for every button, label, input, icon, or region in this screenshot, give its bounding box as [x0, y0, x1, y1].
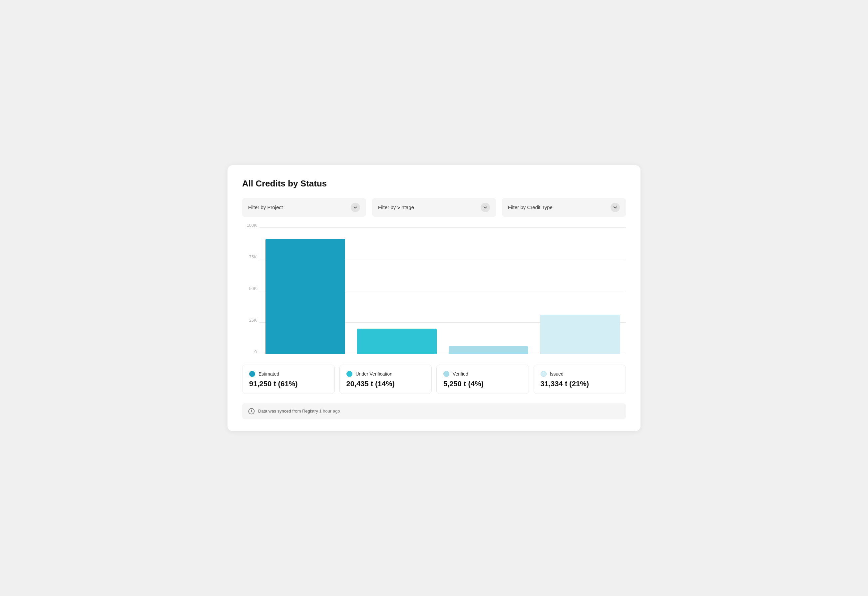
y-label-75K: 75K	[242, 254, 257, 260]
legend-label-verified: Verified	[453, 371, 468, 376]
filter-label: Filter by Vintage	[378, 204, 414, 210]
legend-label-issued: Issued	[550, 371, 564, 376]
legend-value-verified: 5,250 t (4%)	[443, 379, 522, 388]
filter-credit-type[interactable]: Filter by Credit Type	[502, 198, 626, 217]
legend-label-under-verification: Under Verification	[356, 371, 393, 376]
legend-header-estimated: Estimated	[249, 371, 328, 377]
legend-header-issued: Issued	[540, 371, 619, 377]
bar-estimated	[266, 239, 345, 354]
chart-grid: 100K75K50K25K0	[260, 227, 626, 354]
main-card: All Credits by Status Filter by Project …	[227, 165, 641, 431]
chevron-down-icon	[351, 203, 360, 212]
clock-icon	[248, 408, 255, 415]
filter-label: Filter by Credit Type	[508, 204, 552, 210]
footer-static-text: Data was synced from Registry	[258, 409, 319, 413]
bar-group-verified	[443, 227, 534, 354]
page-title: All Credits by Status	[242, 179, 626, 189]
legend-row: Estimated91,250 t (61%)Under Verificatio…	[242, 364, 626, 394]
legend-dot-issued	[540, 371, 546, 377]
bar-issued	[540, 315, 620, 354]
filter-vintage[interactable]: Filter by Vintage	[372, 198, 496, 217]
legend-card-verified: Verified5,250 t (4%)	[436, 364, 529, 394]
filter-project[interactable]: Filter by Project	[242, 198, 366, 217]
legend-header-under-verification: Under Verification	[346, 371, 425, 377]
grid-line-0: 0	[260, 354, 626, 354]
legend-dot-estimated	[249, 371, 255, 377]
chevron-down-icon	[481, 203, 490, 212]
chevron-down-icon	[611, 203, 620, 212]
y-label-50K: 50K	[242, 286, 257, 291]
bar-group-issued	[534, 227, 626, 354]
y-label-100K: 100K	[242, 223, 257, 228]
legend-value-under-verification: 20,435 t (14%)	[346, 379, 425, 388]
y-label-25K: 25K	[242, 318, 257, 323]
legend-dot-verified	[443, 371, 449, 377]
legend-dot-under-verification	[346, 371, 353, 377]
footer-text: Data was synced from Registry 1 hour ago	[258, 409, 340, 413]
bar-group-under-verification	[351, 227, 443, 354]
footer-bar: Data was synced from Registry 1 hour ago	[242, 403, 626, 419]
bar-group-estimated	[260, 227, 351, 354]
legend-label-estimated: Estimated	[258, 371, 279, 376]
legend-card-estimated: Estimated91,250 t (61%)	[242, 364, 335, 394]
legend-value-issued: 31,334 t (21%)	[540, 379, 619, 388]
legend-value-estimated: 91,250 t (61%)	[249, 379, 328, 388]
legend-header-verified: Verified	[443, 371, 522, 377]
y-label-0: 0	[242, 349, 257, 354]
legend-card-under-verification: Under Verification20,435 t (14%)	[340, 364, 432, 394]
chart-container: 100K75K50K25K0	[242, 227, 626, 354]
bars-area	[260, 227, 626, 354]
bar-verified	[449, 346, 528, 354]
filters-row: Filter by Project Filter by Vintage Filt…	[242, 198, 626, 217]
bar-under-verification	[357, 329, 437, 354]
filter-label: Filter by Project	[248, 204, 283, 210]
legend-card-issued: Issued31,334 t (21%)	[534, 364, 626, 394]
footer-link[interactable]: 1 hour ago	[319, 409, 340, 413]
